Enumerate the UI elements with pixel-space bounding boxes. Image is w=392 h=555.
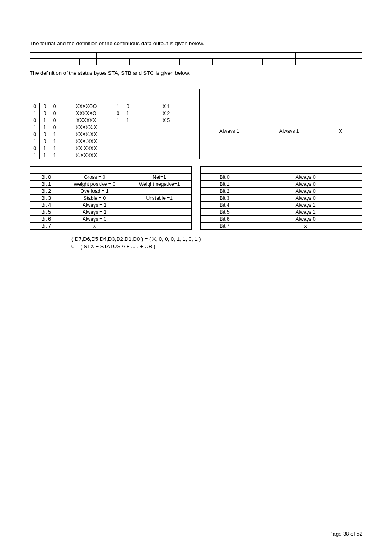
format-cells-row: [30, 59, 362, 65]
intro-para-1: The format and the definition of the con…: [30, 40, 362, 46]
cell: 1: [30, 124, 40, 131]
bits-right-row: Bit 2Always 0: [201, 188, 362, 195]
cell: Bit 2: [30, 188, 62, 195]
status-right-cell: X: [319, 103, 362, 159]
bits-right-row: Bit 6Always 0: [201, 216, 362, 223]
cell: [113, 131, 123, 138]
status-right-cell: Always 1: [199, 103, 259, 159]
cell: Overload = 1: [62, 188, 127, 195]
page-footer: Page 38 of 52: [329, 531, 362, 537]
cell: x: [249, 223, 362, 230]
cell: [123, 131, 133, 138]
cell: 1: [40, 124, 50, 131]
cell: 1: [30, 138, 40, 145]
cell: [127, 188, 192, 195]
cell: 0: [50, 124, 60, 131]
cell: Bit 0: [30, 174, 62, 181]
bits-right-header: [201, 167, 362, 174]
cell: 1: [113, 117, 123, 124]
cell: XXXXX.X: [60, 124, 113, 131]
cell: Bit 4: [201, 202, 249, 209]
bits-right-row: Bit 5Always 1: [201, 209, 362, 216]
cell: Unstable =1: [127, 195, 192, 202]
bits-left-row: Bit 5Always = 1: [30, 209, 192, 216]
cell: Bit 0: [201, 174, 249, 181]
bits-left-row: Bit 3Stable = 0Unstable =1: [30, 195, 192, 202]
intro-para-2: The definition of the status bytes STA, …: [30, 70, 362, 76]
cell: 1: [50, 152, 60, 159]
status-row: 000XXXXOO10X 1Always 1Always 1X: [30, 103, 362, 110]
cell: Bit 3: [30, 195, 62, 202]
cell: 0: [40, 103, 50, 110]
cell: Bit 6: [201, 216, 249, 223]
cell: 0: [30, 103, 40, 110]
cell: [113, 138, 123, 145]
cell: Weight negative=1: [127, 181, 192, 188]
cell: [127, 223, 192, 230]
cell: Bit 5: [201, 209, 249, 216]
cell: [133, 131, 199, 138]
status-table: 000XXXXOO10X 1Always 1Always 1X100XXXXXO…: [30, 82, 362, 159]
format-table: [30, 52, 362, 65]
cell: [133, 145, 199, 152]
cell: 0: [40, 110, 50, 117]
cell: [113, 152, 123, 159]
cell: 1: [123, 117, 133, 124]
cell: Stable = 0: [62, 195, 127, 202]
status-header-row-3: [30, 96, 362, 103]
cell: [133, 124, 199, 131]
cell: x: [62, 223, 127, 230]
cell: 1: [50, 131, 60, 138]
bits-right-row: Bit 7x: [201, 223, 362, 230]
cell: [127, 202, 192, 209]
cell: XXXXOO: [60, 103, 113, 110]
cell: 0: [30, 117, 40, 124]
cell: Bit 5: [30, 209, 62, 216]
cell: [123, 138, 133, 145]
status-right-cell: Always 1: [259, 103, 319, 159]
bits-right-row: Bit 1Always 0: [201, 181, 362, 188]
cell: 0: [50, 110, 60, 117]
cell: [113, 145, 123, 152]
cell: 1: [40, 145, 50, 152]
bits-right-table: Bit 0Always 0Bit 1Always 0Bit 2Always 0B…: [200, 166, 362, 230]
status-header-row-2: [30, 89, 362, 96]
cell: Always 0: [249, 174, 362, 181]
cell: Always 1: [249, 209, 362, 216]
status-header-row-1: [30, 82, 362, 89]
cell: 1: [50, 138, 60, 145]
cell: 0: [123, 103, 133, 110]
note-block: ( D7,D6,D5,D4,D3,D2,D1,D0 ) = ( X, 0, 0,…: [71, 236, 362, 250]
cell: 0: [113, 110, 123, 117]
cell: Always 0: [249, 216, 362, 223]
cell: 1: [40, 117, 50, 124]
bits-right-row: Bit 4Always 1: [201, 202, 362, 209]
bits-left-row: Bit 7x: [30, 223, 192, 230]
bits-left-row: Bit 6Always = 0: [30, 216, 192, 223]
cell: Bit 4: [30, 202, 62, 209]
cell: 1: [113, 103, 123, 110]
cell: Always 0: [249, 188, 362, 195]
cell: 0: [30, 131, 40, 138]
cell: Bit 1: [30, 181, 62, 188]
cell: Net=1: [127, 174, 192, 181]
cell: [133, 138, 199, 145]
cell: XXXX.XX: [60, 131, 113, 138]
cell: Always = 0: [62, 216, 127, 223]
cell: Always 0: [249, 181, 362, 188]
cell: 1: [30, 152, 40, 159]
cell: Bit 3: [201, 195, 249, 202]
cell: XXXXXO: [60, 110, 113, 117]
bits-right-row: Bit 3Always 0: [201, 195, 362, 202]
bits-left-row: Bit 1Weight positive = 0Weight negative=…: [30, 181, 192, 188]
cell: Always 1: [249, 202, 362, 209]
format-header-row: [30, 53, 362, 59]
cell: 0: [40, 138, 50, 145]
cell: XX.XXXX: [60, 145, 113, 152]
cell: Gross = 0: [62, 174, 127, 181]
note-line-1: ( D7,D6,D5,D4,D3,D2,D1,D0 ) = ( X, 0, 0,…: [71, 236, 362, 243]
cell: Always 0: [249, 195, 362, 202]
cell: Bit 7: [30, 223, 62, 230]
cell: XXX.XXX: [60, 138, 113, 145]
bits-left-table: Bit 0Gross = 0Net=1Bit 1Weight positive …: [30, 166, 192, 230]
